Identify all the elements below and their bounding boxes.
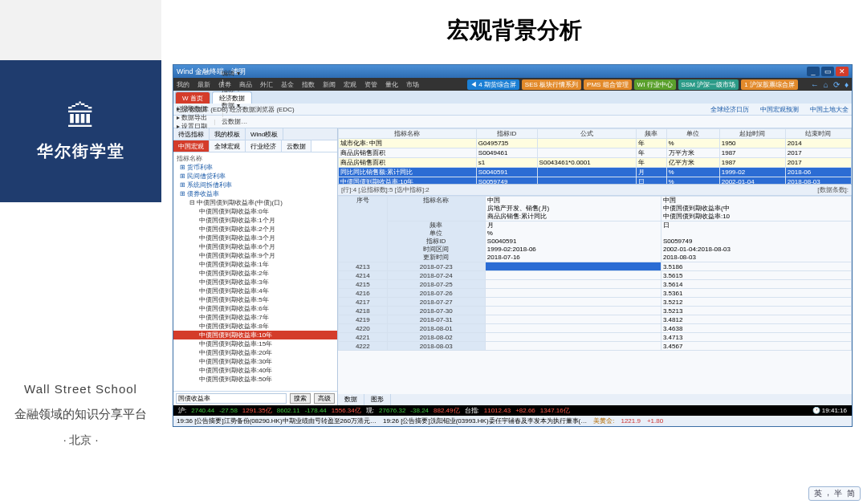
data-row[interactable]: 42182018-07-303.5213 (339, 307, 852, 315)
tree-node[interactable]: ⊟ 中债国债到期收益率(中债)(日) (173, 198, 337, 207)
tree-leaf[interactable]: 中债国债到期收益率:30年 (173, 357, 337, 366)
tree-leaf[interactable]: 中债国债到期收益率:6个月 (173, 242, 337, 251)
titlebar[interactable]: Wind 金融终端…浦明 _ ▭ ✕ (173, 65, 852, 78)
page-tabs: W 首页 经济数据 (173, 91, 852, 104)
indicator-grid[interactable]: 指标名称指标ID公式频率单位起始时间结束时间城市化率: 中国G0495735年%… (338, 128, 852, 185)
tree-leaf[interactable]: 中债国债到期收益率:8年 (173, 322, 337, 331)
tree-leaf[interactable]: 中债国债到期收益率:5年 (173, 295, 337, 304)
grid-row[interactable]: 同比同比销售额:累计同比S0040591月%1999-022018-06 (339, 168, 852, 177)
tree-node[interactable]: ⊞ 货币利率 (173, 163, 337, 172)
tree-node[interactable]: ⊞ 民间借贷利率 (173, 172, 337, 181)
data-row[interactable]: 42142018-07-243.5615 (339, 271, 852, 280)
indicator-tree-panel: 待选指标我的模板Wind模板 中国宏观全球宏观行业经济云数据 指标名称⊞ 货币利… (173, 128, 338, 405)
home-icon[interactable]: ⌂ (824, 80, 828, 89)
tree-leaf[interactable]: 中债国债到期收益率:9个月 (173, 251, 337, 260)
category-tab[interactable]: 行业经济 (246, 140, 282, 152)
tree-leaf[interactable]: 中债国债到期收益率:2年 (173, 269, 337, 278)
menu-item[interactable]: 宏观 (344, 80, 356, 89)
market-ticker: 沪:2740.44-27.581291.35亿8602.11-178.44155… (173, 405, 852, 416)
tab-home[interactable]: W 首页 (175, 91, 210, 104)
toolbar-button[interactable]: 云数据… (222, 117, 267, 126)
tree-leaf[interactable]: 中债国债到期收益率:15年 (173, 339, 337, 348)
brand-subtitle: 金融领域的知识分享平台 (0, 407, 161, 422)
search-button[interactable]: 搜索 (290, 393, 311, 404)
menu-pill[interactable]: SSM 沪深一级市场 (678, 79, 739, 90)
tree-leaf[interactable]: 中债国债到期收益率:3年 (173, 278, 337, 287)
category-tab[interactable]: 云数据 (282, 140, 311, 152)
tree-tabs: 待选指标我的模板Wind模板 (173, 128, 337, 140)
menu-pill[interactable]: SES 板块行情系列 (522, 79, 581, 90)
tree-leaf[interactable]: 中债国债到期收益率:3个月 (173, 234, 337, 242)
max-button[interactable]: ▭ (821, 67, 834, 76)
tree-leaf[interactable]: 中债国债到期收益率:6年 (173, 304, 337, 313)
menu-pill[interactable]: WI 行业中心 (634, 79, 676, 90)
data-row[interactable]: 42172018-07-273.5212 (339, 298, 852, 307)
bottom-tab[interactable]: 数据 (338, 394, 364, 405)
close-button[interactable]: ✕ (836, 67, 849, 76)
refresh-icon[interactable]: ⟳ (833, 80, 840, 89)
min-button[interactable]: _ (807, 67, 820, 76)
category-tabs: 中国宏观全球宏观行业经济云数据 (173, 140, 337, 152)
tree-search-input[interactable] (176, 393, 287, 404)
tree-leaf[interactable]: 中债国债到期收益率:1年 (173, 260, 337, 269)
tree-leaf[interactable]: 中债国债到期收益率:0年 (173, 207, 337, 216)
header-link[interactable]: 中国土地大全 (810, 105, 849, 114)
grid-row[interactable]: 商品房销售面积S0049461年万平方米19872017 (339, 148, 852, 158)
toolbar-button[interactable]: 指标 ▾ (222, 85, 267, 94)
data-grid[interactable]: 序号指标名称中国房地产开发、销售(月)商品房销售:累计同比中国中债国债到期收益率… (338, 196, 852, 394)
grid-row[interactable]: 中债国债到期收益率:10年S0059749日%2002-01-042018-08… (339, 177, 852, 185)
data-row[interactable]: 42222018-08-033.4567 (339, 342, 852, 351)
menu-item[interactable]: 资管 (364, 80, 377, 89)
menu-item[interactable]: 基金 (281, 80, 294, 89)
tree-leaf[interactable]: 中债国债到期收益率:4年 (173, 287, 337, 295)
menu-pill[interactable]: ◀ 4 期货综合屏 (467, 79, 519, 90)
menu-item[interactable]: 量化 (385, 80, 398, 89)
tree-leaf[interactable]: 中债国债到期收益率:40年 (173, 366, 337, 375)
toolbar: ▸ 提取数据 ▸ 数据导出 ▸ 设置日期 ▸ 模板 ▾ | 编辑 ▾ | 指标 … (173, 116, 852, 128)
menu-item[interactable]: 最新 (197, 80, 210, 89)
category-tab[interactable]: 全球宏观 (210, 140, 246, 152)
menu-pill[interactable]: 1 沪深股票综合屏 (741, 79, 798, 90)
toolbar-button[interactable]: ▸ 提取数据 (177, 104, 207, 113)
bottom-tab[interactable]: 图形 (364, 394, 391, 405)
data-row[interactable]: 42162018-07-263.5361 (339, 289, 852, 298)
header-link[interactable]: 中国宏观预测 (760, 105, 799, 114)
toolbar-button[interactable]: ▸ 数据导出 (177, 113, 207, 122)
tree-tab[interactable]: 我的模板 (210, 128, 246, 140)
menu-item[interactable]: 我的 (177, 80, 189, 89)
wind-terminal-window: Wind 金融终端…浦明 _ ▭ ✕ 我的 最新 债券 商品 外汇 基金 指数 … (173, 64, 853, 427)
menu-pill[interactable]: PMS 组合管理 (584, 79, 632, 90)
grid-row[interactable]: 城市化率: 中国G0495735年%19502014 (339, 139, 852, 148)
back-icon[interactable]: ← (811, 80, 819, 89)
data-row[interactable]: 42192018-07-313.4812 (339, 315, 852, 324)
data-row[interactable]: 42152018-07-253.5614 (339, 280, 852, 289)
data-row[interactable]: 42212018-08-023.4713 (339, 333, 852, 342)
tree-leaf[interactable]: 中债国债到期收益率:7年 (173, 313, 337, 322)
tree-tab[interactable]: 待选指标 (173, 128, 210, 140)
data-row[interactable]: 42132018-07-233.5186 (339, 262, 852, 271)
toolbar-button[interactable]: 数据 ▾ (222, 101, 267, 110)
tree-node[interactable]: ⊞ 债券收益率 (173, 189, 337, 198)
tree-leaf[interactable]: 中债国债到期收益率:1个月 (173, 216, 337, 225)
tree-body[interactable]: 指标名称⊞ 货币利率⊞ 民间借贷利率⊞ 系统间拆借利率⊞ 债券收益率⊟ 中债国债… (173, 152, 337, 391)
menu-item[interactable]: 指数 (302, 80, 315, 89)
tree-node[interactable]: ⊞ 系统间拆借利率 (173, 181, 337, 189)
grid-row[interactable]: 商品房销售面积s1S0043461*0.0001年亿平方米19872017 (339, 158, 852, 168)
tree-leaf[interactable]: 中债国债到期收益率:50年 (173, 375, 337, 384)
bottom-tabs: 数据图形 (338, 394, 852, 405)
grid-status-right: [数据条数]: (817, 185, 849, 195)
tree-tab[interactable]: Wind模板 (246, 128, 283, 140)
menu-item[interactable]: 新闻 (323, 80, 336, 89)
tree-leaf[interactable]: 中债国债到期收益率:2个月 (173, 225, 337, 234)
toolbar-button[interactable]: 编辑 ▾ (222, 69, 267, 78)
category-tab[interactable]: 中国宏观 (173, 140, 210, 152)
tree-leaf[interactable]: 中债国债到期收益率:20年 (173, 348, 337, 357)
ime-indicator[interactable]: 英,半简 (808, 486, 861, 501)
slide-title: 宏观背景分析 (161, 0, 867, 60)
tree-leaf-selected[interactable]: 中债国债到期收益率:10年 (173, 331, 337, 339)
settings-icon[interactable]: ♦ (845, 80, 849, 89)
advanced-button[interactable]: 高级 (314, 393, 335, 404)
menu-item[interactable]: 市场 (406, 80, 419, 89)
header-link[interactable]: 全球经济日历 (710, 105, 749, 114)
data-row[interactable]: 42202018-08-013.4638 (339, 324, 852, 333)
